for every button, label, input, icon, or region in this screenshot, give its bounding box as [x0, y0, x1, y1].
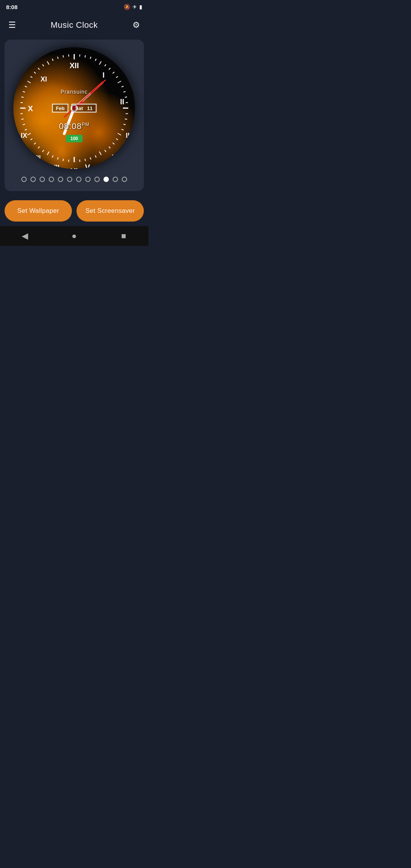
svg-line-27 — [121, 129, 123, 130]
svg-line-20 — [121, 86, 123, 87]
svg-line-46 — [21, 119, 24, 119]
svg-text:IX: IX — [21, 132, 27, 139]
svg-line-17 — [109, 68, 110, 69]
menu-icon: ☰ — [8, 20, 16, 30]
svg-line-53 — [34, 72, 35, 73]
svg-line-29 — [113, 143, 114, 144]
status-bar: 8:08 🔕 ✈ ▮ — [0, 0, 148, 14]
clock-face: XII I II III IV V VI VII VIII IX X XI — [13, 47, 135, 169]
svg-line-41 — [38, 147, 40, 148]
svg-line-26 — [123, 124, 126, 125]
svg-line-4 — [118, 133, 121, 135]
svg-line-33 — [90, 157, 91, 160]
svg-line-43 — [30, 139, 32, 140]
clock-container: XII I II III IV V VI VII VIII IX X XI — [13, 47, 135, 169]
svg-text:I: I — [102, 71, 105, 79]
battery-icon: ▮ — [139, 4, 142, 10]
svg-line-23 — [126, 102, 128, 103]
svg-text:II: II — [120, 97, 124, 106]
svg-line-52 — [30, 77, 32, 78]
app-title: Music Clock — [51, 20, 98, 30]
svg-line-31 — [105, 150, 106, 152]
svg-line-42 — [34, 143, 35, 144]
set-screensaver-button[interactable]: Set Screensaver — [76, 200, 144, 222]
back-icon: ◀ — [22, 231, 28, 241]
page-dot-3[interactable] — [49, 177, 54, 182]
svg-line-21 — [123, 91, 126, 92]
svg-text:XII: XII — [70, 61, 79, 70]
page-dot-0[interactable] — [21, 177, 27, 182]
time-display: 08:08PM — [59, 121, 89, 131]
svg-line-45 — [23, 124, 25, 125]
svg-line-50 — [23, 91, 25, 92]
page-dot-1[interactable] — [30, 177, 36, 182]
day-num: 11 — [87, 105, 92, 111]
settings-icon: ⚙ — [132, 20, 140, 30]
date-row: Feb Sat 11 — [52, 104, 97, 113]
svg-line-44 — [25, 129, 27, 130]
svg-line-47 — [21, 113, 23, 114]
svg-text:VII: VII — [51, 164, 59, 169]
svg-line-37 — [63, 159, 63, 161]
mute-icon: 🔕 — [124, 4, 130, 10]
svg-line-7 — [47, 152, 49, 155]
button-row: Set Wallpaper Set Screensaver — [0, 194, 148, 226]
svg-line-15 — [95, 59, 96, 61]
settings-button[interactable]: ⚙ — [130, 18, 142, 32]
svg-line-22 — [125, 97, 127, 97]
svg-text:X: X — [28, 104, 33, 113]
page-indicators — [21, 177, 127, 182]
svg-line-38 — [57, 157, 58, 160]
svg-line-48 — [21, 102, 23, 103]
svg-text:III: III — [126, 132, 131, 139]
svg-line-30 — [109, 147, 110, 148]
clock-time: 08:08 — [59, 121, 82, 131]
page-dot-7[interactable] — [85, 177, 91, 182]
svg-line-24 — [126, 113, 128, 114]
svg-line-54 — [38, 68, 40, 69]
app-bar: ☰ Music Clock ⚙ — [0, 14, 148, 37]
svg-text:IV: IV — [112, 153, 119, 161]
svg-line-58 — [63, 55, 63, 57]
home-button[interactable]: ● — [63, 231, 86, 241]
svg-line-28 — [116, 139, 118, 140]
svg-line-74 — [91, 83, 103, 93]
svg-line-57 — [57, 57, 58, 59]
svg-line-51 — [25, 86, 27, 87]
svg-text:XI: XI — [40, 75, 47, 83]
ampm: PM — [82, 122, 89, 127]
clock-card: XII I II III IV V VI VII VIII IX X XI — [5, 40, 144, 191]
svg-line-8 — [27, 133, 31, 135]
svg-line-59 — [68, 54, 69, 57]
svg-line-10 — [27, 81, 31, 83]
svg-line-39 — [52, 155, 53, 157]
svg-line-32 — [95, 155, 96, 157]
svg-text:VI: VI — [71, 167, 78, 169]
svg-line-35 — [80, 160, 80, 162]
menu-button[interactable]: ☰ — [6, 18, 18, 32]
page-dot-9[interactable] — [104, 177, 109, 182]
page-dot-2[interactable] — [40, 177, 45, 182]
svg-line-12 — [80, 54, 80, 57]
svg-line-5 — [99, 152, 101, 155]
page-dot-6[interactable] — [76, 177, 81, 182]
page-dot-8[interactable] — [94, 177, 100, 182]
svg-line-34 — [85, 159, 85, 161]
recents-icon: ■ — [121, 231, 126, 241]
clock-label: Pransuinc — [61, 89, 88, 95]
svg-line-13 — [85, 55, 85, 57]
page-dot-10[interactable] — [113, 177, 118, 182]
page-dot-5[interactable] — [67, 177, 72, 182]
svg-line-19 — [116, 77, 118, 78]
battery-badge: 100 — [66, 135, 83, 142]
page-dot-4[interactable] — [58, 177, 63, 182]
svg-line-36 — [68, 160, 69, 162]
svg-line-18 — [113, 72, 114, 73]
page-dot-11[interactable] — [122, 177, 127, 182]
back-button[interactable]: ◀ — [13, 231, 36, 241]
recents-button[interactable]: ■ — [112, 231, 135, 241]
set-wallpaper-button[interactable]: Set Wallpaper — [5, 200, 72, 222]
svg-line-11 — [47, 61, 49, 65]
svg-text:VIII: VIII — [32, 155, 41, 161]
airplane-icon: ✈ — [132, 4, 137, 10]
